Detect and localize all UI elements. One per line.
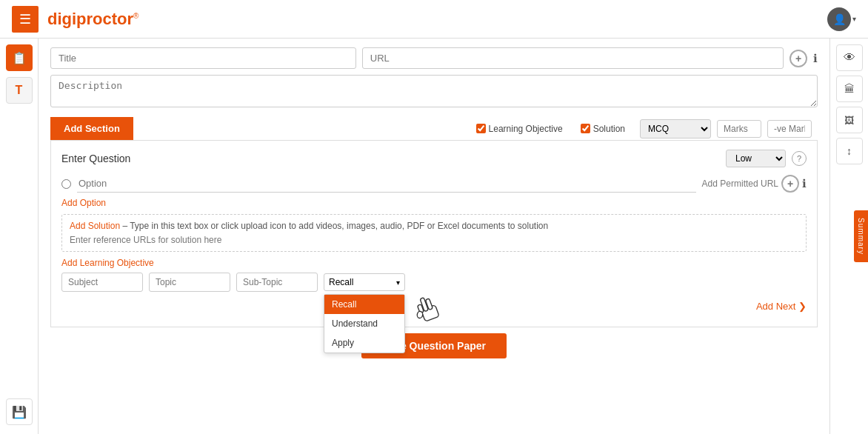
recall-select-wrapper: Recall ▾ Recall Understand Apply	[324, 273, 405, 291]
save-icon: 💾	[12, 405, 27, 419]
recall-selected-value: Recall	[329, 277, 396, 287]
add-url-button[interactable]: +	[789, 50, 807, 67]
user-dropdown-arrow[interactable]: ▾	[852, 15, 856, 23]
eye-button[interactable]: 👁	[836, 44, 863, 71]
arrow-icon: ↕	[847, 145, 852, 157]
recall-option-recall[interactable]: Recall	[324, 295, 404, 314]
image-icon: 🖼	[844, 115, 854, 126]
recall-option-apply[interactable]: Apply	[324, 333, 404, 353]
add-url-group: Add Permitted URL + ℹ	[702, 175, 807, 193]
solution-label: Solution	[593, 124, 625, 134]
hamburger-button[interactable]: ☰	[12, 6, 39, 33]
solution-add-label: Add Solution	[70, 221, 120, 231]
hamburger-icon: ☰	[19, 11, 31, 27]
add-next-link[interactable]: Add Next ❯	[756, 301, 807, 312]
right-sidebar: 👁 🏛 🖼 ↕ Summary	[829, 39, 868, 434]
building-icon: 🏛	[844, 83, 855, 95]
arrow-button[interactable]: ↕	[836, 138, 863, 164]
logo-trademark: ®	[133, 11, 138, 19]
learning-objective-add-label: Add Learning Objective	[61, 258, 807, 268]
header-right: 👤 ▾	[827, 7, 856, 31]
learning-objective-label: Learning Objective	[489, 124, 563, 134]
topic-input[interactable]	[149, 273, 230, 292]
main-layout: 📋 T 💾 + ℹ Add Section Learning Objective	[0, 39, 868, 434]
recall-option-understand[interactable]: Understand	[324, 314, 404, 333]
solution-dash-text: – Type in this text box or click upload …	[120, 221, 548, 231]
building-button[interactable]: 🏛	[836, 76, 863, 102]
bottom-actions: Add Next ❯	[61, 295, 807, 318]
header-left: ☰ digiproctor®	[12, 6, 138, 33]
logo: digiproctor®	[47, 10, 138, 29]
quiz-icon: 📋	[12, 51, 27, 65]
description-textarea[interactable]	[50, 75, 818, 107]
add-url-label: Add Permitted URL	[702, 178, 778, 189]
eye-icon: 👁	[844, 51, 855, 64]
url-input[interactable]	[362, 47, 784, 69]
title-input[interactable]	[50, 47, 356, 69]
text-icon: T	[16, 84, 23, 97]
help-icon[interactable]: ?	[792, 151, 807, 166]
add-option-link[interactable]: Add Option	[61, 198, 106, 208]
sidebar-text-icon[interactable]: T	[6, 77, 33, 104]
subject-input[interactable]	[61, 273, 143, 292]
question-header: Enter Question Low Medium High ?	[61, 150, 807, 167]
summary-tab[interactable]: Summary	[854, 210, 868, 262]
solution-group: Solution	[572, 124, 634, 134]
difficulty-group: Low Medium High ?	[726, 150, 807, 167]
save-area: Save Question Paper	[50, 327, 818, 364]
recall-select-display[interactable]: Recall ▾	[324, 273, 405, 291]
recall-dropdown: Recall Understand Apply	[324, 294, 405, 353]
header: ☰ digiproctor® 👤 ▾	[0, 0, 868, 39]
section-toolbar: Add Section Learning Objective Solution …	[50, 117, 818, 141]
enter-question-label: Enter Question	[61, 153, 130, 164]
sidebar-quiz-icon[interactable]: 📋	[6, 44, 33, 71]
solution-box: Add Solution – Type in this text box or …	[61, 214, 807, 252]
user-icon: 👤	[833, 13, 846, 25]
learning-objective-row: Recall ▾ Recall Understand Apply	[61, 273, 807, 292]
solution-text: Add Solution – Type in this text box or …	[70, 221, 798, 231]
recall-chevron-icon: ▾	[396, 278, 400, 287]
content-area: + ℹ Add Section Learning Objective Solut…	[39, 39, 829, 434]
image-button[interactable]: 🖼	[836, 107, 863, 133]
user-avatar[interactable]: 👤	[827, 7, 851, 31]
sidebar-save-button[interactable]: 💾	[6, 398, 33, 425]
learning-objective-group: Learning Objective	[467, 124, 572, 134]
add-section-button[interactable]: Add Section	[50, 117, 133, 140]
marks-input[interactable]	[717, 120, 761, 138]
learning-objective-checkbox[interactable]	[476, 124, 486, 133]
option-info-icon: ℹ	[802, 177, 807, 190]
option-input[interactable]	[77, 175, 696, 193]
logo-proctor: proctor	[76, 10, 133, 28]
logo-digi: digi	[47, 10, 76, 28]
option-radio[interactable]	[61, 179, 71, 189]
difficulty-select[interactable]: Low Medium High	[726, 150, 786, 167]
question-section: Enter Question Low Medium High ? Add Per…	[50, 141, 818, 327]
info-icon: ℹ	[813, 52, 818, 65]
question-type-select[interactable]: MCQ Essay Fill in Blank	[640, 119, 711, 138]
ref-url-input[interactable]	[70, 235, 798, 245]
neg-marks-input[interactable]	[767, 120, 812, 138]
type-group: MCQ Essay Fill in Blank	[634, 119, 818, 138]
add-url-btn-inline[interactable]: +	[781, 175, 799, 193]
top-fields-row: + ℹ	[50, 47, 818, 69]
left-sidebar: 📋 T 💾	[0, 39, 39, 434]
subtopic-input[interactable]	[236, 273, 318, 292]
option-row: Add Permitted URL + ℹ	[61, 175, 807, 193]
solution-checkbox[interactable]	[581, 124, 590, 133]
